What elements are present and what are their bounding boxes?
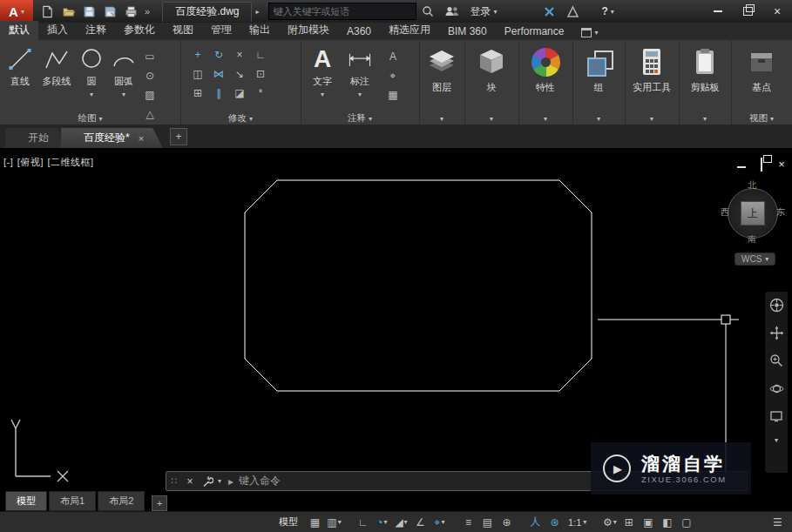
polyline-tool[interactable]: 多段线 xyxy=(38,45,75,88)
clipboard-button[interactable]: 剪贴板 xyxy=(679,44,731,94)
utilities-button[interactable]: 实用工具 xyxy=(625,44,679,94)
array-tool-icon[interactable]: ⊞ xyxy=(187,84,208,103)
ribbon-tab-home[interactable]: 默认 xyxy=(0,21,38,40)
erase-tool-icon[interactable]: ◪ xyxy=(229,84,250,103)
ribbon-tab-addins[interactable]: 附加模块 xyxy=(279,21,338,40)
autoscale-toggle[interactable]: ⊛ xyxy=(545,514,564,531)
caret-down-icon[interactable]: ▾ xyxy=(321,91,324,98)
arc-tool[interactable]: 圆弧 ▾ xyxy=(108,45,139,98)
ribbon-tab-output[interactable]: 输出 xyxy=(240,21,279,40)
view-control-button[interactable]: [俯视] xyxy=(17,157,44,167)
signin-button[interactable]: 登录 ▾ xyxy=(465,2,503,21)
save-button[interactable] xyxy=(82,4,97,19)
group-button[interactable]: 组 xyxy=(572,44,625,94)
visual-style-button[interactable]: [二维线框] xyxy=(48,157,94,167)
ribbon-tab-parametric[interactable]: 参数化 xyxy=(115,21,164,40)
caret-right-icon[interactable]: ▸ xyxy=(255,8,259,16)
explode-tool-icon[interactable]: * xyxy=(250,84,271,103)
dimension-tool[interactable]: 标注 ▾ xyxy=(342,45,377,98)
fillet-tool-icon[interactable]: ∟ xyxy=(250,45,271,64)
polar-tracking-toggle[interactable]: ◔▾ xyxy=(373,514,391,531)
ribbon-tab-featured-apps[interactable]: 精选应用 xyxy=(380,21,439,40)
table-tool-icon[interactable]: ▦ xyxy=(382,85,403,104)
multileader-tool-icon[interactable]: ⌖ xyxy=(382,66,403,85)
zoom-icon[interactable] xyxy=(768,353,784,368)
rotate-tool-icon[interactable]: ↻ xyxy=(208,45,229,64)
viewcube[interactable]: 北 西 东 南 上 xyxy=(722,179,783,244)
viewcube-east[interactable]: 东 xyxy=(776,206,785,219)
annotation-monitor-toggle[interactable]: ⊞ xyxy=(619,514,638,531)
caret-down-icon[interactable]: ▾ xyxy=(404,518,408,526)
drawn-polygon[interactable] xyxy=(245,180,592,391)
panel-expand-layers[interactable]: ▾ xyxy=(419,111,464,124)
file-tab-start[interactable]: 开始 xyxy=(5,128,68,148)
wcs-menu[interactable]: WCS ▾ xyxy=(734,253,775,266)
ribbon-tab-performance[interactable]: Performance xyxy=(496,24,573,40)
caret-down-icon[interactable]: ▾ xyxy=(441,518,444,526)
panel-expand-block[interactable]: ▾ xyxy=(464,111,518,124)
caret-down-icon[interactable]: ▾ xyxy=(384,518,388,526)
minimize-button[interactable] xyxy=(703,2,733,21)
viewcube-south[interactable]: 南 xyxy=(748,233,756,246)
open-file-button[interactable] xyxy=(61,4,76,19)
layers-button[interactable]: 图层 xyxy=(419,44,464,94)
properties-button[interactable]: 特性 xyxy=(518,44,572,94)
customize-menu-button[interactable]: ☰ xyxy=(768,514,787,531)
file-tab-drawing[interactable]: 百度经验* × xyxy=(61,128,163,148)
hatch-tool-icon[interactable]: ▨ xyxy=(139,85,160,104)
workspace-switch-button[interactable]: ⚙▾ xyxy=(600,514,619,531)
line-tool[interactable]: 直线 xyxy=(3,45,37,88)
offset-tool-icon[interactable]: ∥ xyxy=(208,84,229,103)
qat-overflow-icon[interactable]: » xyxy=(145,6,150,17)
show-motion-icon[interactable] xyxy=(768,408,784,424)
document-title-tab[interactable]: 百度经验.dwg xyxy=(162,2,252,22)
search-input[interactable] xyxy=(268,3,416,20)
ribbon-tab-view[interactable]: 视图 xyxy=(164,21,202,40)
a360-icon[interactable] xyxy=(561,2,585,21)
command-input-placeholder[interactable]: 键入命令 xyxy=(239,474,281,488)
ribbon-tab-insert[interactable]: 插入 xyxy=(38,21,77,40)
isodraft-toggle[interactable]: ◢▾ xyxy=(392,514,410,531)
drawing-canvas[interactable]: [-] [俯视] [二维线框] × 北 西 东 南 上 WCS ▾ xyxy=(0,148,792,511)
plot-button[interactable] xyxy=(124,4,139,19)
viewcube-north[interactable]: 北 xyxy=(748,179,756,192)
panel-expand-utilities[interactable]: ▾ xyxy=(625,111,679,124)
close-button[interactable]: × xyxy=(762,2,792,21)
search-icon[interactable] xyxy=(416,2,439,21)
restore-button[interactable] xyxy=(733,2,762,21)
move-tool-icon[interactable]: + xyxy=(187,45,208,64)
orbit-icon[interactable] xyxy=(768,380,784,396)
caret-down-icon[interactable]: ▾ xyxy=(358,91,362,98)
viewport-menu-button[interactable]: [-] xyxy=(3,157,13,167)
block-button[interactable]: 块 xyxy=(464,44,518,94)
app-menu-button[interactable]: A ▾ xyxy=(0,0,33,23)
grid-toggle[interactable]: ▦ xyxy=(306,514,324,531)
object-snap-toggle[interactable]: ⌖▾ xyxy=(430,514,449,531)
model-space-button[interactable]: 模型 xyxy=(272,515,305,529)
ribbon-display-toggle[interactable]: ▾ xyxy=(572,26,606,40)
trim-tool-icon[interactable]: × xyxy=(229,45,250,64)
isolate-objects-button[interactable]: ◧ xyxy=(658,514,676,531)
leader-tool-icon[interactable]: A xyxy=(382,47,403,66)
navbar-caret-down-icon[interactable]: ▾ xyxy=(775,436,778,444)
caret-down-icon[interactable]: ▾ xyxy=(583,518,586,526)
snap-mode-toggle[interactable]: ▥▾ xyxy=(325,514,343,531)
drawing-restore-button[interactable] xyxy=(756,158,767,171)
exchange-apps-icon[interactable] xyxy=(538,2,561,21)
pan-icon[interactable] xyxy=(768,325,784,340)
transparency-toggle[interactable]: ▤ xyxy=(478,514,497,531)
panel-label-annotate[interactable]: 注释 ▾ xyxy=(301,111,419,124)
caret-down-icon[interactable]: ▾ xyxy=(613,518,617,526)
drawing-minimize-button[interactable] xyxy=(736,158,747,171)
caret-down-icon[interactable]: ▾ xyxy=(338,518,342,526)
copy-tool-icon[interactable]: ◫ xyxy=(187,64,208,84)
save-as-button[interactable] xyxy=(103,4,118,19)
layout-tab-layout1[interactable]: 布局1 xyxy=(49,491,96,511)
stretch-tool-icon[interactable]: ↘ xyxy=(229,64,250,84)
ucs-icon[interactable] xyxy=(11,420,68,481)
circle-tool[interactable]: 圆 ▾ xyxy=(77,45,106,98)
drawing-close-button[interactable]: × xyxy=(776,158,787,171)
command-close-icon[interactable]: × xyxy=(181,473,199,489)
viewcube-top-face[interactable]: 上 xyxy=(741,201,765,226)
panel-label-view[interactable]: 视图 ▾ xyxy=(731,111,792,124)
